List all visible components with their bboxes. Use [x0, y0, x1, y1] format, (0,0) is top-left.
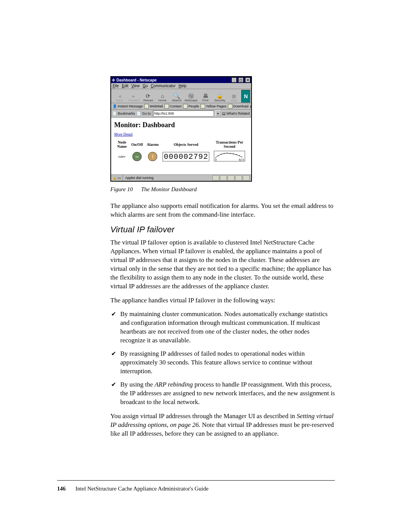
tv-icon: 📺: [250, 104, 251, 108]
list-item: By maintaining cluster communication. No…: [110, 310, 335, 345]
stop-button[interactable]: ◼Stop: [227, 90, 241, 102]
menu-edit[interactable]: Edit: [122, 84, 128, 88]
link-webmail[interactable]: WebMail: [144, 104, 163, 109]
person-icon: 👤: [113, 104, 117, 108]
stop-icon: ◼: [232, 93, 236, 99]
browser-window: ✣ Dashboard - Netscape _ ▢ ✕ File Edit V…: [110, 76, 252, 182]
security-button[interactable]: 🔒Security: [213, 90, 227, 102]
col-alarms: Alarms: [145, 139, 161, 149]
menu-help[interactable]: Help: [178, 84, 186, 88]
page-heading: Monitor: Dashboard: [114, 121, 248, 129]
forward-arrow-icon: ▸: [132, 93, 135, 99]
paragraph: The appliance also supports email notifi…: [110, 202, 335, 219]
component-icon[interactable]: [212, 175, 219, 181]
component-icon[interactable]: [220, 175, 227, 181]
page-icon: [201, 104, 205, 109]
svg-point-1: [221, 154, 221, 155]
link-channels[interactable]: 📺Ch: [250, 104, 251, 108]
page-number: 146: [57, 486, 66, 492]
link-contact[interactable]: Contact: [164, 104, 182, 109]
section-heading: Virtual IP failover: [110, 225, 335, 235]
menu-view[interactable]: View: [131, 84, 140, 88]
tps-min: 0: [215, 158, 217, 161]
menu-go[interactable]: Go: [143, 84, 148, 88]
svg-point-5: [233, 153, 234, 154]
netscape-button[interactable]: ⓃNetscape: [184, 90, 198, 102]
paragraph: The appliance handles virtual IP failove…: [110, 296, 335, 305]
page-icon: [164, 104, 169, 109]
more-detail-link[interactable]: More Detail: [114, 132, 133, 136]
url-input[interactable]: [153, 110, 214, 117]
dashboard-table: Node Name On/Off Alarms Objects Served T…: [114, 139, 248, 164]
reload-button[interactable]: ⟳Reload: [141, 90, 155, 102]
footer-rule: [57, 480, 335, 481]
close-button[interactable]: ✕: [245, 77, 250, 83]
app-icon: ✣: [112, 78, 115, 82]
figure-title: The Monitor Dashboard: [141, 186, 197, 192]
bullet-list: By maintaining cluster communication. No…: [110, 310, 335, 406]
page-icon: [228, 104, 233, 109]
nav-toolbar: ◂Back ▸Forward ⟳Reload ⌂Home 🔍Search ⓃNe…: [111, 89, 251, 103]
whats-related-button[interactable]: 🕮 What's Related: [222, 112, 250, 115]
search-button[interactable]: 🔍Search: [170, 90, 184, 102]
bookmarks-button[interactable]: 📑 Bookmarks: [113, 112, 135, 115]
print-icon: 🖶: [203, 93, 208, 99]
menu-file[interactable]: File: [113, 84, 119, 88]
svg-point-3: [227, 153, 228, 153]
status-bar: 🔓▭ Applet dial running: [111, 174, 251, 181]
figure-caption: Figure 10 The Monitor Dashboard: [110, 186, 335, 193]
list-item: By using the ARP rebinding process to ha…: [110, 380, 335, 407]
col-objects-served: Objects Served: [161, 139, 211, 149]
lock-icon: 🔒: [217, 93, 223, 99]
url-history-dropdown[interactable]: ▼: [215, 110, 221, 117]
address-bar: 📑 Bookmarks 📄 Go to: ▼ 🕮 What's Related: [111, 110, 251, 118]
window-title: Dashboard - Netscape: [116, 78, 157, 82]
minimize-button[interactable]: _: [231, 77, 237, 83]
netscape-icon: Ⓝ: [188, 93, 194, 99]
home-button[interactable]: ⌂Home: [156, 90, 170, 102]
throbber-icon: N: [241, 90, 250, 103]
col-tps: Transactions Per Second: [212, 139, 247, 149]
component-icon[interactable]: [235, 175, 242, 181]
location-icon: 📄: [137, 112, 141, 115]
paragraph: You assign virtual IP addresses through …: [110, 412, 335, 438]
svg-point-7: [239, 155, 240, 156]
link-people[interactable]: People: [183, 104, 199, 109]
link-instant-message[interactable]: 👤Instant Message: [113, 104, 143, 108]
print-button[interactable]: 🖶Print: [198, 90, 212, 102]
status-message: Applet dial running: [123, 176, 211, 180]
component-icon[interactable]: [228, 175, 234, 181]
cell-node-name: tsdev: [115, 150, 129, 163]
lock-open-icon: 🔓: [113, 176, 117, 180]
search-icon: 🔍: [174, 93, 180, 99]
svg-point-0: [218, 155, 218, 156]
svg-point-4: [230, 153, 231, 154]
alarm-indicator-icon[interactable]: !: [148, 152, 157, 161]
link-download[interactable]: Download: [228, 104, 249, 109]
col-onoff: On/Off: [130, 139, 145, 149]
col-node-name: Node Name: [115, 139, 129, 149]
goto-label: Go to:: [142, 112, 152, 115]
figure-number: Figure 10: [110, 186, 133, 192]
forward-button[interactable]: ▸Forward: [127, 90, 141, 102]
menu-bar: File Edit View Go Communicator Help: [111, 83, 251, 89]
back-button[interactable]: ◂Back: [113, 90, 127, 102]
progress-icon: ▭: [118, 176, 121, 180]
menu-communicator[interactable]: Communicator: [151, 84, 175, 88]
tps-max: 62.5: [239, 158, 244, 161]
page-content: Monitor: Dashboard More Detail Node Name…: [111, 118, 251, 174]
tps-sparkline: 0 62.5: [214, 151, 245, 161]
component-icon[interactable]: [243, 175, 250, 181]
svg-point-6: [236, 154, 237, 155]
home-icon: ⌂: [161, 93, 164, 99]
book-title: Intel NetStructure Cache Appliance Admin…: [75, 486, 209, 492]
maximize-button[interactable]: ▢: [238, 77, 244, 83]
onoff-toggle[interactable]: on: [132, 152, 142, 161]
reload-icon: ⟳: [146, 93, 150, 99]
list-item: By reassigning IP addresses of failed no…: [110, 350, 335, 376]
link-yellow-pages[interactable]: Yellow Pages: [201, 104, 226, 109]
paragraph: The virtual IP failover option is availa…: [110, 238, 335, 291]
table-row: tsdev on ! 000002792 0 62.5: [115, 150, 247, 163]
page-footer: 146 Intel NetStructure Cache Appliance A…: [57, 486, 209, 492]
back-arrow-icon: ◂: [118, 93, 121, 99]
